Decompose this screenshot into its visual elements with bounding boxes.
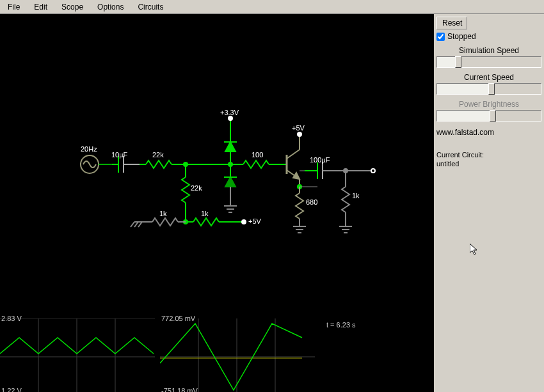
scope2-top: 772.05 mV <box>161 315 195 322</box>
scope2-bottom: -751.18 mV <box>161 387 198 392</box>
menu-scope[interactable]: Scope <box>59 1 95 13</box>
sim-speed-slider[interactable] <box>436 56 541 68</box>
svg-marker-15 <box>225 142 236 152</box>
cur-speed-label: Current Speed <box>436 73 541 82</box>
scope-1[interactable] <box>0 318 155 392</box>
time-readout: t = 6.23 s <box>326 321 356 329</box>
svg-point-33 <box>298 132 301 136</box>
cur-speed-slider[interactable] <box>436 83 541 95</box>
svg-marker-20 <box>225 177 236 187</box>
menubar: File Edit Scope Options Circuits <box>0 0 544 14</box>
svg-line-29 <box>287 150 300 159</box>
stopped-checkbox-row[interactable]: Stopped <box>436 32 541 41</box>
svg-marker-31 <box>293 173 300 179</box>
pow-bright-slider[interactable] <box>436 110 541 122</box>
svg-line-60 <box>138 222 142 227</box>
sim-speed-label: Simulation Speed <box>436 46 541 55</box>
scope-2[interactable] <box>160 318 315 392</box>
reset-button[interactable]: Reset <box>436 17 467 29</box>
menu-file[interactable]: File <box>5 1 31 13</box>
menu-edit[interactable]: Edit <box>31 1 59 13</box>
stopped-label: Stopped <box>447 32 476 41</box>
current-circuit-label: Current Circuit: <box>436 151 541 159</box>
svg-point-18 <box>228 116 232 120</box>
sidebar: Reset Stopped Simulation Speed Current S… <box>434 14 544 392</box>
circuit-schematic <box>0 14 434 315</box>
menu-circuits[interactable]: Circuits <box>135 1 175 13</box>
pow-bright-label: Power Brightness <box>436 100 541 109</box>
svg-point-65 <box>242 220 246 224</box>
svg-line-59 <box>134 222 138 227</box>
falstad-link[interactable]: www.falstad.com <box>436 128 541 137</box>
stopped-checkbox[interactable] <box>436 33 445 41</box>
svg-line-58 <box>131 222 134 227</box>
current-circuit-value: untitled <box>436 160 541 168</box>
scope1-bottom: 1.22 V <box>1 387 22 392</box>
svg-point-56 <box>371 169 375 173</box>
menu-options[interactable]: Options <box>95 1 135 13</box>
scope1-top: 2.83 V <box>1 315 22 322</box>
circuit-canvas[interactable]: 20Hz 10µF 22k 22k 1k 1k 100 680 1k 100µF… <box>0 14 434 392</box>
